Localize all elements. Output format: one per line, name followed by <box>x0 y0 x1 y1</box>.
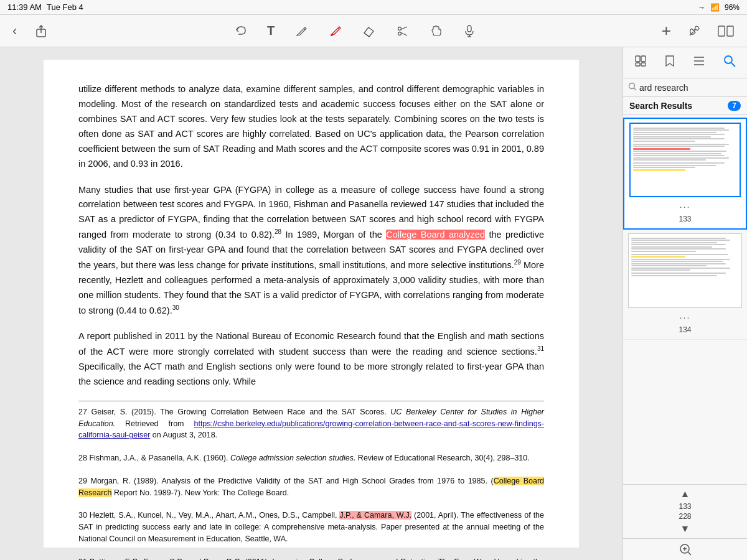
footnote-27: 27 Geiser, S. (2015). The Growing Correl… <box>78 406 544 441</box>
pdf-p3-sup: 31 <box>537 345 544 352</box>
svg-marker-4 <box>364 27 374 37</box>
search-input-bar: ✕ <box>623 78 747 97</box>
toolbar-left: ‹ <box>10 21 50 42</box>
main-content: utilize different methods to analyze dat… <box>0 47 747 560</box>
add-button[interactable]: + <box>659 19 674 43</box>
status-time: 11:39 AM <box>7 2 42 12</box>
pdf-paragraph-1: utilize different methods to analyze dat… <box>78 82 544 172</box>
toolbar-right: + <box>659 19 737 43</box>
microphone-icon <box>463 24 476 38</box>
svg-rect-17 <box>641 56 646 62</box>
search-results-badge: 7 <box>728 101 741 111</box>
status-date: Tue Feb 4 <box>47 2 83 12</box>
pdf-p2-sup3: 30 <box>172 304 179 311</box>
result-1-more[interactable]: ... <box>629 197 741 212</box>
pdf-paragraph-3: A report published in 2011 by the Nation… <box>78 329 544 390</box>
footnote-29-part1: 29 Morgan, R. (1989). Analysis of the Pr… <box>78 477 494 485</box>
pdf-p2-sup2: 29 <box>514 259 521 266</box>
pdf-page: utilize different methods to analyze dat… <box>44 60 579 548</box>
tools-icon <box>687 24 701 38</box>
svg-point-25 <box>629 83 635 89</box>
search-results-header: Search Results 7 <box>623 97 747 115</box>
right-sidebar: ✕ Search Results 7 <box>622 47 747 560</box>
footnote-31-text: 31 Bettinger, E.P., Evans, B.P., and Pop… <box>78 558 544 560</box>
search-result-2-thumbnail <box>628 233 742 308</box>
svg-line-24 <box>731 63 735 67</box>
search-result-1[interactable]: ... 133 <box>623 118 747 230</box>
scroll-num-228: 228 <box>679 512 691 521</box>
hand-tool-button[interactable] <box>426 22 445 40</box>
scissors-icon <box>395 24 409 38</box>
wifi-icon: 📶 <box>710 3 720 12</box>
status-right: → 📶 96% <box>698 3 740 12</box>
arrow-icon: → <box>698 3 705 12</box>
search-glyph-icon <box>628 82 637 91</box>
sidebar-search-button[interactable] <box>718 52 741 73</box>
search-results-title: Search Results <box>629 101 692 111</box>
svg-line-9 <box>401 32 407 35</box>
footnote-27-date: on August 3, 2018. <box>150 431 217 439</box>
sidebar-bookmark-button[interactable] <box>660 52 680 73</box>
footnote-28: 28 Fishman, J.A., & Pasanella, A.K. (196… <box>78 452 544 464</box>
zoom-icon <box>679 543 692 556</box>
toolbar-center: T <box>50 21 659 40</box>
footnote-28-text: 28 Fishman, J.A., & Pasanella, A.K. (196… <box>78 454 530 462</box>
scroll-num-133: 133 <box>679 502 691 511</box>
share-button[interactable] <box>32 22 50 40</box>
search-result-1-thumbnail <box>629 123 741 197</box>
footnotes-section: 27 Geiser, S. (2015). The Growing Correl… <box>78 401 544 560</box>
eraser-tool-button[interactable] <box>359 22 378 40</box>
footnote-29: 29 Morgan, R. (1989). Analysis of the Pr… <box>78 475 544 499</box>
result-2-more[interactable]: ... <box>628 308 742 323</box>
scissors-tool-button[interactable] <box>393 22 411 40</box>
svg-line-2 <box>304 29 305 30</box>
tools-button[interactable] <box>685 22 703 40</box>
pencil-tool-button[interactable] <box>292 22 311 40</box>
svg-rect-14 <box>718 26 725 36</box>
undo-button[interactable] <box>231 22 250 40</box>
scroll-controls: ▲ 133 228 ▼ <box>623 484 747 538</box>
zoom-button[interactable] <box>623 538 747 560</box>
status-bar: 11:39 AM Tue Feb 4 → 📶 96% <box>0 0 747 15</box>
battery-level: 96% <box>725 3 740 12</box>
svg-rect-16 <box>636 56 640 62</box>
bookmark-icon <box>665 55 675 67</box>
pdf-paragraph-2: Many studies that use first-year GPA (FY… <box>78 183 544 319</box>
svg-line-8 <box>401 27 407 30</box>
footnote-30: 30 Hezlett, S.A., Kuncel, N., Vey, M.A.,… <box>78 510 544 544</box>
pages-button[interactable] <box>715 22 737 40</box>
page-view-icon <box>634 55 647 67</box>
pages-icon <box>717 24 735 38</box>
sidebar-toc-button[interactable] <box>688 53 710 72</box>
svg-rect-10 <box>467 26 471 32</box>
svg-rect-15 <box>727 26 733 36</box>
svg-point-23 <box>725 56 732 63</box>
marker-icon <box>328 24 342 38</box>
text-tool-button[interactable]: T <box>265 21 277 40</box>
search-results-list[interactable]: ... 133 <box>623 115 747 484</box>
search-result-2[interactable]: ... 134 <box>623 230 747 340</box>
sidebar-icon-toolbar <box>623 47 747 78</box>
svg-line-26 <box>634 88 637 91</box>
toolbar: ‹ T <box>0 15 747 47</box>
pdf-p2-part2: In 1989, Morgan of the <box>281 230 386 240</box>
pdf-p2-sup1: 28 <box>275 228 281 235</box>
share-icon <box>34 24 48 38</box>
toc-icon <box>693 55 705 67</box>
pdf-area[interactable]: utilize different methods to analyze dat… <box>0 47 622 560</box>
pdf-p2-highlight: College Board analyzed <box>386 230 485 240</box>
footnote-30-text: 30 Hezlett, S.A., Kuncel, N., Vey, M.A.,… <box>78 511 544 543</box>
microphone-button[interactable] <box>460 22 479 40</box>
scroll-up-button[interactable]: ▲ <box>675 487 695 501</box>
back-button[interactable]: ‹ <box>10 21 19 42</box>
pdf-p3-text: A report published in 2011 by the Nation… <box>78 331 544 357</box>
svg-rect-18 <box>636 63 640 66</box>
svg-rect-19 <box>641 63 646 66</box>
result-2-page-num: 134 <box>628 323 742 335</box>
marker-tool-button[interactable] <box>326 22 344 40</box>
scroll-down-button[interactable]: ▼ <box>675 522 695 536</box>
sidebar-page-view-button[interactable] <box>629 52 652 73</box>
search-input[interactable] <box>639 83 747 93</box>
search-icon <box>628 82 637 93</box>
footnote-31: 31 Bettinger, E.P., Evans, B.P., and Pop… <box>78 556 544 560</box>
